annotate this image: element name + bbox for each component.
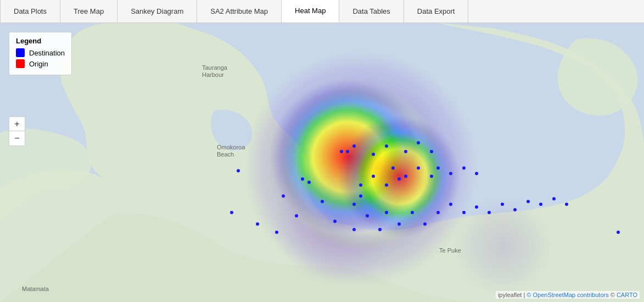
zoom-in-button[interactable]: + <box>9 117 25 131</box>
tab-sankey-diagram[interactable]: Sankey Diagram <box>117 0 197 23</box>
svg-text:Te Puke: Te Puke <box>439 247 461 254</box>
svg-text:Harbour: Harbour <box>202 71 224 78</box>
svg-text:Tauranga: Tauranga <box>202 64 228 71</box>
tab-tree-map[interactable]: Tree Map <box>60 0 117 23</box>
legend-origin-label: Origin <box>29 60 48 68</box>
tab-heat-map[interactable]: Heat Map <box>282 0 339 23</box>
svg-text:Omokoroa: Omokoroa <box>217 144 245 150</box>
svg-text:Matamata: Matamata <box>22 286 49 292</box>
zoom-out-button[interactable]: − <box>9 131 25 146</box>
app-container: Data Plots Tree Map Sankey Diagram SA2 A… <box>0 0 644 302</box>
svg-text:Beach: Beach <box>217 151 234 158</box>
map-container: Tauranga Harbour Omokoroa Beach Te Puke … <box>0 23 644 302</box>
legend-title: Legend <box>16 37 65 45</box>
legend: Legend Destination Origin <box>9 32 72 75</box>
tab-data-tables[interactable]: Data Tables <box>339 0 404 23</box>
legend-destination-label: Destination <box>29 49 65 57</box>
zoom-controls: + − <box>9 116 25 146</box>
tab-bar: Data Plots Tree Map Sankey Diagram SA2 A… <box>0 0 644 23</box>
tab-data-export[interactable]: Data Export <box>404 0 469 23</box>
tab-sa2-attribute-map[interactable]: SA2 Attribute Map <box>197 0 282 23</box>
destination-color-swatch <box>16 48 25 57</box>
attribution-osm-link[interactable]: © OpenStreetMap contributors <box>527 292 608 298</box>
attribution-text1: ipyleaflet | <box>498 292 527 298</box>
map-background: Tauranga Harbour Omokoroa Beach Te Puke … <box>0 23 644 302</box>
tab-data-plots[interactable]: Data Plots <box>0 0 60 23</box>
attribution-text2: © <box>611 292 617 298</box>
attribution-carto-link[interactable]: CARTO <box>617 292 637 298</box>
legend-item-origin: Origin <box>16 59 65 68</box>
legend-item-destination: Destination <box>16 48 65 57</box>
origin-color-swatch <box>16 59 25 68</box>
attribution: ipyleaflet | © OpenStreetMap contributor… <box>496 291 640 299</box>
